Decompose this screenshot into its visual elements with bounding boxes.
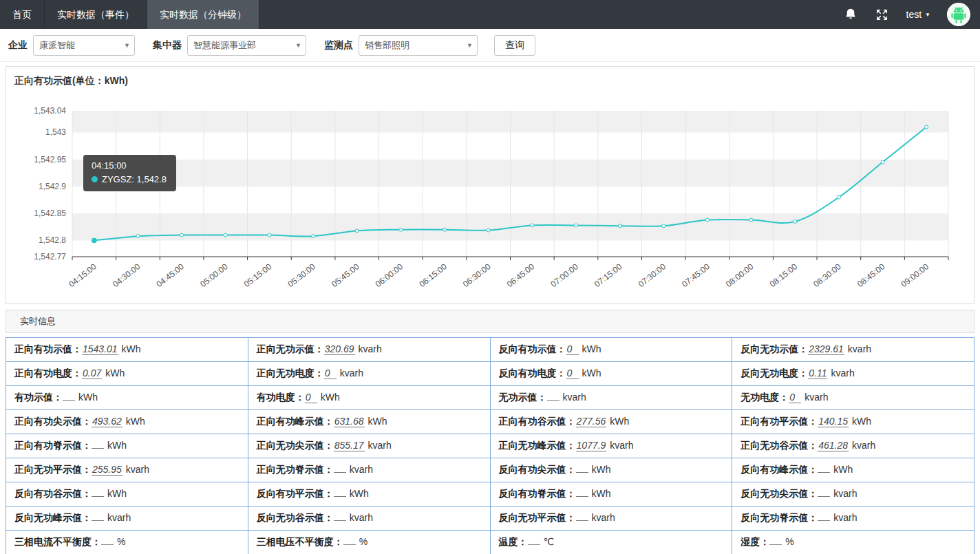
metric-value[interactable] (818, 496, 830, 497)
data-point[interactable] (793, 220, 797, 223)
metric-unit: kWh (107, 488, 127, 499)
metric-value[interactable]: 631.68 (334, 416, 365, 427)
metric-value[interactable] (63, 400, 75, 401)
nav-tab[interactable]: 实时数据（事件） (45, 0, 147, 29)
metric-value[interactable] (92, 448, 104, 449)
data-point[interactable] (92, 238, 96, 243)
metric-cell: 反向有功脊示值：kWh (490, 482, 732, 507)
metric-value[interactable] (92, 520, 104, 521)
data-point[interactable] (531, 224, 534, 227)
data-point[interactable] (268, 233, 271, 237)
metric-value[interactable] (547, 400, 560, 401)
metric-value[interactable] (528, 544, 540, 545)
concentrator-select[interactable]: 智慧能源事业部 ▼ (187, 35, 306, 56)
metric-value[interactable] (818, 472, 830, 473)
x-axis-label: 08:45:00 (855, 262, 887, 289)
metric-value[interactable]: 140.15 (818, 416, 849, 427)
metric-value[interactable] (334, 520, 346, 521)
data-point[interactable] (881, 160, 884, 164)
metric-unit: kWh (852, 416, 871, 427)
data-point[interactable] (312, 235, 315, 238)
metric-value[interactable]: 2329.61 (808, 344, 844, 355)
metric-value[interactable]: 0 (324, 368, 337, 379)
y-axis-label: 1,543 (45, 127, 66, 137)
y-axis-label: 1,542.95 (34, 155, 66, 164)
metric-value[interactable] (334, 472, 346, 473)
metric-label: 反向无功脊示值： (741, 512, 818, 523)
x-axis-label: 06:00:00 (374, 262, 405, 289)
metric-cell: 正向有功平示值：140.15kWh (732, 410, 974, 434)
table-row: 正向有功电度：0.07kWh正向无功电度：0kvarh反向有功电度：0kWh反向… (6, 362, 974, 386)
x-axis-label: 05:45:00 (330, 262, 361, 289)
data-point[interactable] (224, 233, 227, 237)
query-button[interactable]: 查询 (494, 35, 535, 56)
chevron-down-icon: ▼ (467, 42, 473, 49)
metric-unit: kvarh (592, 512, 615, 523)
metric-value[interactable] (334, 496, 346, 497)
metric-value[interactable]: 1543.01 (82, 344, 118, 355)
metric-cell: 正向无功谷示值：461.28kvarh (732, 434, 974, 458)
metric-value[interactable]: 461.28 (818, 440, 849, 451)
metric-value[interactable]: 320.69 (324, 344, 355, 355)
metric-value[interactable]: 0.07 (82, 368, 102, 379)
metric-value[interactable]: 855.17 (334, 440, 365, 451)
x-axis-label: 06:15:00 (417, 262, 449, 289)
metric-value[interactable]: 1077.9 (576, 440, 607, 451)
user-menu[interactable]: test ▼ (906, 9, 931, 20)
metric-label: 反向有功示值： (499, 343, 566, 354)
metric-cell: 正向有功示值：1543.01kWh (6, 338, 248, 362)
bell-icon[interactable] (843, 7, 858, 22)
table-row: 三相电流不平衡度：%三相电压不平衡度：%温度：℃湿度：% (6, 531, 974, 554)
metric-value[interactable] (343, 544, 356, 545)
metric-value[interactable]: 0 (305, 392, 317, 403)
table-row: 反向有功谷示值：kWh反向有功平示值：kWh反向有功脊示值：kWh反向无功尖示值… (6, 482, 974, 507)
metric-unit: kvarh (833, 512, 857, 523)
metric-value[interactable]: 0.11 (808, 368, 827, 379)
line-chart[interactable]: 1,542.771,542.81,542.851,542.91,542.951,… (14, 89, 978, 303)
metric-value[interactable] (769, 544, 782, 545)
fullscreen-icon[interactable] (875, 7, 890, 22)
metric-cell: 无功电度：0kvarh (732, 386, 974, 410)
metric-value[interactable]: 0 (566, 344, 579, 355)
data-point[interactable] (136, 235, 140, 238)
data-point[interactable] (180, 233, 184, 237)
data-point[interactable] (749, 218, 753, 222)
data-point[interactable] (399, 228, 403, 231)
metric-cell: 温度：℃ (490, 531, 732, 554)
enterprise-select[interactable]: 康派智能 ▼ (33, 35, 135, 56)
metric-value[interactable] (576, 520, 588, 521)
metric-value[interactable]: 255.95 (92, 465, 122, 476)
metric-label: 正向有功谷示值： (499, 416, 576, 427)
concentrator-label: 集中器 (153, 39, 182, 52)
monitor-point-selected-value: 销售部照明 (365, 39, 409, 52)
data-point[interactable] (705, 218, 709, 222)
metric-value[interactable] (576, 472, 588, 473)
metric-value[interactable]: 0 (789, 392, 801, 403)
data-point[interactable] (618, 224, 621, 228)
data-point[interactable] (487, 228, 490, 232)
data-point[interactable] (925, 125, 928, 129)
top-nav: 首页实时数据（事件）实时数据（分钟级） test ▼ (0, 0, 980, 29)
metric-value[interactable]: 493.62 (92, 416, 122, 427)
user-avatar[interactable] (947, 3, 970, 26)
monitor-point-select[interactable]: 销售部照明 ▼ (359, 35, 478, 56)
metric-value[interactable]: 0 (566, 368, 579, 379)
metric-value[interactable]: 277.56 (576, 416, 607, 427)
metric-label: 无功示值： (499, 392, 547, 403)
metric-label: 正向有功电度： (14, 367, 82, 379)
data-point[interactable] (443, 228, 447, 231)
metric-unit: kWh (592, 488, 611, 499)
nav-tab[interactable]: 首页 (0, 0, 45, 29)
data-point[interactable] (837, 195, 840, 199)
metric-value[interactable] (101, 544, 114, 545)
x-axis-label: 05:00:00 (198, 262, 230, 289)
metric-value[interactable] (818, 520, 830, 521)
metric-value[interactable] (92, 496, 104, 497)
metric-unit: kvarh (610, 440, 633, 451)
nav-tab[interactable]: 实时数据（分钟级） (147, 0, 259, 29)
data-point[interactable] (662, 224, 665, 228)
table-row: 正向无功平示值：255.95kvarh正向无功脊示值：kvarh反向有功尖示值：… (6, 458, 974, 482)
data-point[interactable] (355, 229, 359, 233)
metric-value[interactable] (576, 496, 588, 497)
data-point[interactable] (574, 224, 577, 227)
